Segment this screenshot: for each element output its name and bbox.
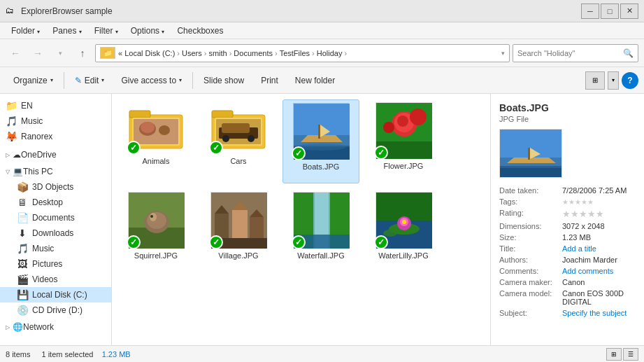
slideshow-button[interactable]: Slide show [196,72,252,89]
detail-value[interactable]: Add a title [562,244,636,253]
file-name-cars: Cars [230,156,246,166]
title-text: ExplorerBrowser sample [21,6,581,16]
sidebar-documents[interactable]: 📄 Documents [0,210,111,225]
file-name-animals: Animals [142,156,169,166]
file-item-boats[interactable]: ✓ Boats.JPG [282,99,359,183]
menu-checkboxes[interactable]: Checkboxes [171,25,229,37]
menu-panes[interactable]: Panes ▾ [47,25,87,37]
file-item-village[interactable]: ✓ Village.JPG [200,189,277,273]
minimize-button[interactable]: ─ [581,4,599,19]
view-large-icon[interactable]: ⊞ [585,71,605,90]
pc-icon: 💻 [13,167,23,176]
menu-options[interactable]: Options ▾ [125,25,171,37]
maximize-button[interactable]: □ [601,4,619,19]
file-item-waterlilly[interactable]: ✓ WaterLilly.JPG [365,189,442,273]
cd-icon: 💿 [17,305,28,316]
svg-rect-1 [129,111,150,118]
check-badge-animals: ✓ [127,141,141,155]
file-item-flower[interactable]: ✓ Flower.JPG [365,99,442,183]
title-bar: 🗂 ExplorerBrowser sample ─ □ ✕ [0,0,644,22]
sidebar-localdisk[interactable]: 💾 Local Disk (C:) [0,287,111,302]
detail-value[interactable]: ★★★★★ [562,209,604,219]
help-button[interactable]: ? [622,72,638,89]
svg-marker-61 [507,158,556,163]
address-bar[interactable]: 📁 « Local Disk (C:) › Users › smith › Do… [95,44,510,62]
view-controls: ⊞ ▾ ? [585,71,638,90]
view-list-btn[interactable]: ☰ [623,348,638,361]
downloads-icon: ⬇ [17,228,28,239]
main-area: 📁 EN 🎵 Music 🦊 Ranorex ▷ ☁ OneDrive ▽ 💻 … [0,94,644,345]
search-icon[interactable]: 🔍 [623,48,634,58]
sidebar-cddrive[interactable]: 💿 CD Drive (D:) [0,302,111,318]
check-badge-cars: ✓ [209,141,223,155]
detail-row: Rating:★★★★★ [499,209,636,219]
file-item-squirrel[interactable]: ✓ Squirrel.JPG [117,189,194,273]
sidebar-onedrive[interactable]: ▷ ☁ OneDrive [0,147,111,162]
sidebar-this-pc[interactable]: ▽ 💻 This PC [0,164,111,179]
music2-icon: 🎵 [17,243,28,254]
sidebar-3dobjects[interactable]: 📦 3D Objects [0,179,111,195]
detail-value[interactable]: Specify the subject [562,309,636,317]
search-box[interactable]: 🔍 [513,44,638,62]
detail-label: Date taken: [499,186,562,195]
back-button[interactable]: ← [6,43,25,63]
toolbar: ← → ▾ ↑ 📁 « Local Disk (C:) › Users › sm… [0,39,644,67]
organize-button[interactable]: Organize▾ [6,72,61,89]
detail-value: 1.23 MB [562,233,636,242]
detail-value[interactable]: ★★★★★ [562,197,594,206]
network-icon: 🌐 [13,322,23,332]
file-name-boats: Boats.JPG [303,162,340,172]
up-button[interactable]: ↑ [73,43,92,63]
edit-button[interactable]: ✎ Edit ▾ [67,72,113,89]
give-access-button[interactable]: Give access to▾ [113,72,189,89]
svg-rect-20 [318,125,320,139]
svg-point-30 [383,122,394,133]
file-item-animals[interactable]: ✓ Animals [117,99,194,183]
detail-row: Size:1.23 MB [499,233,636,242]
detail-label: Title: [499,244,562,253]
file-item-waterfall[interactable]: ✓ Waterfall.JPG [282,189,359,273]
file-name-squirrel: Squirrel.JPG [134,251,178,260]
print-button[interactable]: Print [253,72,286,89]
desktop-icon: 🖥 [17,197,28,208]
svg-point-34 [147,212,166,229]
forward-button[interactable]: → [28,43,48,63]
close-button[interactable]: ✕ [620,4,638,19]
sidebar-network[interactable]: ▷ 🌐 Network [0,319,111,335]
detail-row: Comments:Add comments [499,267,636,275]
sidebar-music2[interactable]: 🎵 Music [0,241,111,256]
svg-rect-38 [215,214,229,238]
status-view-buttons: ⊞ ☰ [606,348,638,361]
sidebar-desktop[interactable]: 🖥 Desktop [0,195,111,210]
sidebar-item-music[interactable]: 🎵 Music [0,113,111,129]
recent-button[interactable]: ▾ [50,43,70,63]
videos-icon: 🎬 [17,274,28,285]
detail-row: Dimensions:3072 x 2048 [499,222,636,230]
svg-point-15 [248,135,255,142]
expand-icon: ▷ [6,152,10,158]
menu-filter[interactable]: Filter ▾ [89,25,124,37]
svg-point-14 [222,135,229,142]
svg-point-7 [159,125,170,135]
sidebar-videos[interactable]: 🎬 Videos [0,272,111,287]
menu-folder[interactable]: Folder ▾ [6,25,45,37]
app-icon: 🗂 [6,6,17,17]
detail-value[interactable]: Add comments [562,267,636,275]
svg-point-29 [410,109,427,125]
sidebar-downloads[interactable]: ⬇ Downloads [0,225,111,241]
new-folder-button[interactable]: New folder [287,72,343,89]
expand-icon: ▷ [6,324,10,330]
check-badge-flower: ✓ [374,146,388,160]
selection-info: 1 item selected 1.23 MB [41,350,130,358]
view-dropdown[interactable]: ▾ [608,71,619,90]
file-name-waterlilly: WaterLilly.JPG [378,251,429,260]
sidebar-pictures[interactable]: 🖼 Pictures [0,256,111,272]
view-large-btn[interactable]: ⊞ [606,348,622,361]
sidebar-item-ranorex[interactable]: 🦊 Ranorex [0,129,111,144]
search-input[interactable] [517,49,623,57]
details-panel: Boats.JPG JPG File Date taken:7/28/2006 … [490,94,644,345]
file-item-cars[interactable]: ✓ Cars [200,99,277,183]
sidebar-item-en[interactable]: 📁 EN [0,98,111,113]
file-content: ✓ Animals ✓ Cars [112,94,490,345]
check-badge-village: ✓ [209,235,223,249]
